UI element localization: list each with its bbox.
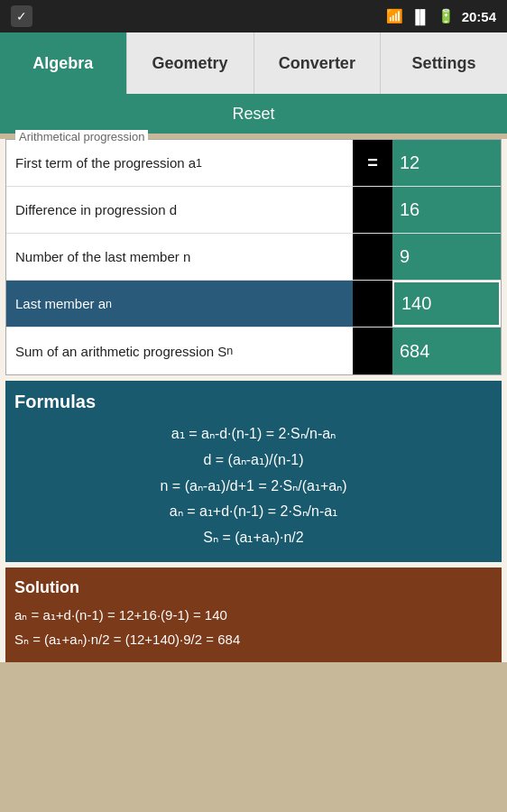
ap-row-d-label: Difference in progression d xyxy=(6,187,353,233)
wifi-icon: 📶 xyxy=(386,8,403,24)
tab-converter[interactable]: Converter xyxy=(254,32,382,94)
equals-sign-2 xyxy=(353,187,392,233)
ap-row-an-value-col: 140 xyxy=(392,281,501,327)
ap-row-a1-value-col: 12 xyxy=(392,140,501,186)
reset-bar: Reset xyxy=(0,94,507,134)
ap-row-n-value: 9 xyxy=(400,246,493,267)
formula-line-4: aₙ = a₁+d·(n-1) = 2·Sₙ/n-a₁ xyxy=(14,499,493,525)
tab-bar: Algebra Geometry Converter Settings xyxy=(0,32,507,94)
equals-sign-5 xyxy=(353,328,392,374)
ap-row-an-label: Last member an xyxy=(6,281,353,327)
ap-row-sn-value-col: 684 xyxy=(392,328,501,374)
ap-section-label: Arithmetical progression xyxy=(15,130,148,143)
equals-sign: = xyxy=(353,140,392,186)
main-content: Arithmetical progression First term of t… xyxy=(0,139,507,662)
solution-line-2: Sₙ = (a₁+aₙ)·n/2 = (12+140)·9/2 = 684 xyxy=(14,627,493,651)
ap-row-an-value: 140 xyxy=(401,293,492,314)
ap-row-d-value-col: 16 xyxy=(392,187,501,233)
formula-line-2: d = (aₙ-a₁)/(n-1) xyxy=(14,448,493,474)
ap-row-a1[interactable]: First term of the progression a1 = 12 xyxy=(6,140,501,187)
ap-row-sn-value: 684 xyxy=(400,341,493,362)
ap-row-n-value-col: 9 xyxy=(392,234,501,280)
ap-row-a1-value: 12 xyxy=(400,152,493,173)
check-icon: ✓ xyxy=(11,5,32,27)
ap-row-a1-label: First term of the progression a1 xyxy=(6,140,353,186)
formula-line-1: a₁ = aₙ-d·(n-1) = 2·Sₙ/n-aₙ xyxy=(14,421,493,448)
ap-row-sn[interactable]: Sum of an arithmetic progression Sn 684 xyxy=(6,328,501,374)
solution-section: Solution aₙ = a₁+d·(n-1) = 12+16·(9-1) =… xyxy=(5,567,502,662)
ap-section: Arithmetical progression First term of t… xyxy=(5,139,502,375)
formulas-section: Formulas a₁ = aₙ-d·(n-1) = 2·Sₙ/n-aₙ d =… xyxy=(5,381,502,562)
solution-line-1: aₙ = a₁+d·(n-1) = 12+16·(9-1) = 140 xyxy=(14,603,493,627)
ap-row-d[interactable]: Difference in progression d 16 xyxy=(6,187,501,234)
status-bar-right: 📶 ▐▌ 🔋 20:54 xyxy=(386,8,496,24)
reset-button[interactable]: Reset xyxy=(232,105,274,124)
signal-icon: ▐▌ xyxy=(410,9,429,24)
tab-algebra[interactable]: Algebra xyxy=(0,32,127,94)
battery-icon: 🔋 xyxy=(438,8,455,24)
formula-line-5: Sₙ = (a₁+aₙ)·n/2 xyxy=(14,525,493,551)
ap-row-d-value: 16 xyxy=(400,199,493,220)
tab-geometry[interactable]: Geometry xyxy=(127,32,254,94)
equals-sign-4 xyxy=(353,281,392,327)
ap-row-n-label: Number of the last member n xyxy=(6,234,353,280)
status-bar-left: ✓ xyxy=(11,5,32,27)
solution-title: Solution xyxy=(14,578,493,597)
ap-row-sn-label: Sum of an arithmetic progression Sn xyxy=(6,328,353,374)
time-display: 20:54 xyxy=(462,9,496,24)
ap-row-n[interactable]: Number of the last member n 9 xyxy=(6,234,501,281)
formula-line-3: n = (aₙ-a₁)/d+1 = 2·Sₙ/(a₁+aₙ) xyxy=(14,474,493,500)
formulas-title: Formulas xyxy=(14,392,493,412)
equals-sign-3 xyxy=(353,234,392,280)
status-bar: ✓ 📶 ▐▌ 🔋 20:54 xyxy=(0,0,507,32)
tab-settings[interactable]: Settings xyxy=(381,32,507,94)
ap-row-an[interactable]: Last member an 140 xyxy=(6,281,501,328)
